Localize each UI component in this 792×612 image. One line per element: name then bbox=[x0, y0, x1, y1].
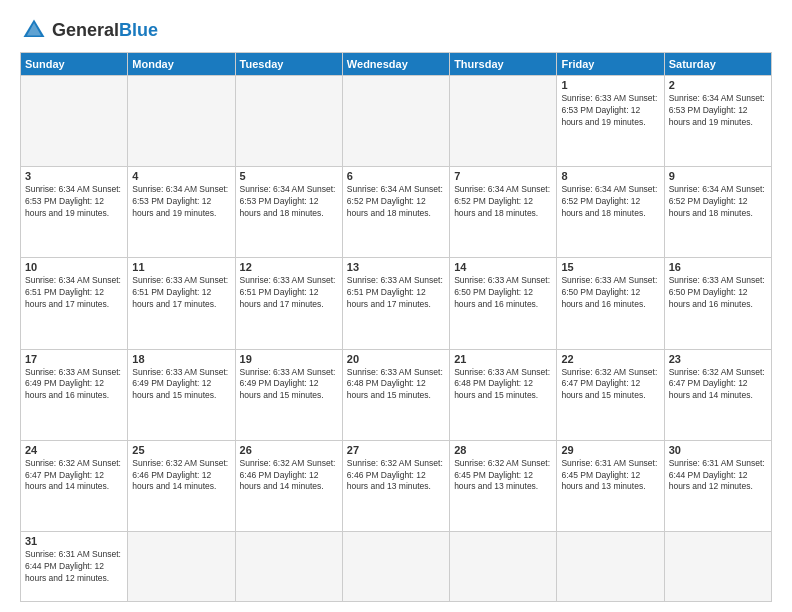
weekday-header-monday: Monday bbox=[128, 53, 235, 76]
day-number: 16 bbox=[669, 261, 767, 273]
calendar-cell: 16Sunrise: 6:33 AM Sunset: 6:50 PM Dayli… bbox=[664, 258, 771, 349]
calendar-cell: 25Sunrise: 6:32 AM Sunset: 6:46 PM Dayli… bbox=[128, 440, 235, 531]
day-info: Sunrise: 6:32 AM Sunset: 6:45 PM Dayligh… bbox=[454, 458, 552, 494]
day-info: Sunrise: 6:34 AM Sunset: 6:53 PM Dayligh… bbox=[132, 184, 230, 220]
calendar-cell: 27Sunrise: 6:32 AM Sunset: 6:46 PM Dayli… bbox=[342, 440, 449, 531]
day-info: Sunrise: 6:34 AM Sunset: 6:53 PM Dayligh… bbox=[25, 184, 123, 220]
day-info: Sunrise: 6:34 AM Sunset: 6:51 PM Dayligh… bbox=[25, 275, 123, 311]
calendar-cell: 1Sunrise: 6:33 AM Sunset: 6:53 PM Daylig… bbox=[557, 76, 664, 167]
week-row-3: 10Sunrise: 6:34 AM Sunset: 6:51 PM Dayli… bbox=[21, 258, 772, 349]
calendar-cell bbox=[21, 76, 128, 167]
weekday-header-row: SundayMondayTuesdayWednesdayThursdayFrid… bbox=[21, 53, 772, 76]
week-row-1: 1Sunrise: 6:33 AM Sunset: 6:53 PM Daylig… bbox=[21, 76, 772, 167]
calendar-cell: 9Sunrise: 6:34 AM Sunset: 6:52 PM Daylig… bbox=[664, 167, 771, 258]
day-info: Sunrise: 6:33 AM Sunset: 6:50 PM Dayligh… bbox=[561, 275, 659, 311]
day-number: 17 bbox=[25, 353, 123, 365]
day-number: 2 bbox=[669, 79, 767, 91]
day-number: 7 bbox=[454, 170, 552, 182]
day-info: Sunrise: 6:33 AM Sunset: 6:51 PM Dayligh… bbox=[240, 275, 338, 311]
logo: GeneralBlue bbox=[20, 16, 158, 44]
weekday-header-saturday: Saturday bbox=[664, 53, 771, 76]
calendar-cell: 30Sunrise: 6:31 AM Sunset: 6:44 PM Dayli… bbox=[664, 440, 771, 531]
week-row-5: 24Sunrise: 6:32 AM Sunset: 6:47 PM Dayli… bbox=[21, 440, 772, 531]
day-number: 8 bbox=[561, 170, 659, 182]
day-number: 9 bbox=[669, 170, 767, 182]
day-info: Sunrise: 6:33 AM Sunset: 6:48 PM Dayligh… bbox=[454, 367, 552, 403]
calendar-cell: 18Sunrise: 6:33 AM Sunset: 6:49 PM Dayli… bbox=[128, 349, 235, 440]
calendar-cell: 7Sunrise: 6:34 AM Sunset: 6:52 PM Daylig… bbox=[450, 167, 557, 258]
page: GeneralBlue SundayMondayTuesdayWednesday… bbox=[0, 0, 792, 612]
day-info: Sunrise: 6:34 AM Sunset: 6:52 PM Dayligh… bbox=[347, 184, 445, 220]
weekday-header-friday: Friday bbox=[557, 53, 664, 76]
day-info: Sunrise: 6:31 AM Sunset: 6:44 PM Dayligh… bbox=[25, 549, 123, 585]
calendar: SundayMondayTuesdayWednesdayThursdayFrid… bbox=[20, 52, 772, 602]
calendar-cell: 12Sunrise: 6:33 AM Sunset: 6:51 PM Dayli… bbox=[235, 258, 342, 349]
day-info: Sunrise: 6:31 AM Sunset: 6:44 PM Dayligh… bbox=[669, 458, 767, 494]
calendar-cell: 3Sunrise: 6:34 AM Sunset: 6:53 PM Daylig… bbox=[21, 167, 128, 258]
calendar-cell bbox=[342, 76, 449, 167]
day-number: 18 bbox=[132, 353, 230, 365]
week-row-6: 31Sunrise: 6:31 AM Sunset: 6:44 PM Dayli… bbox=[21, 531, 772, 601]
day-info: Sunrise: 6:32 AM Sunset: 6:46 PM Dayligh… bbox=[347, 458, 445, 494]
header: GeneralBlue bbox=[20, 16, 772, 44]
day-info: Sunrise: 6:33 AM Sunset: 6:48 PM Dayligh… bbox=[347, 367, 445, 403]
day-number: 30 bbox=[669, 444, 767, 456]
calendar-cell bbox=[450, 531, 557, 601]
day-info: Sunrise: 6:34 AM Sunset: 6:52 PM Dayligh… bbox=[669, 184, 767, 220]
day-info: Sunrise: 6:33 AM Sunset: 6:50 PM Dayligh… bbox=[454, 275, 552, 311]
weekday-header-thursday: Thursday bbox=[450, 53, 557, 76]
day-info: Sunrise: 6:34 AM Sunset: 6:52 PM Dayligh… bbox=[454, 184, 552, 220]
day-info: Sunrise: 6:31 AM Sunset: 6:45 PM Dayligh… bbox=[561, 458, 659, 494]
day-number: 3 bbox=[25, 170, 123, 182]
day-info: Sunrise: 6:34 AM Sunset: 6:53 PM Dayligh… bbox=[669, 93, 767, 129]
day-info: Sunrise: 6:33 AM Sunset: 6:51 PM Dayligh… bbox=[347, 275, 445, 311]
day-info: Sunrise: 6:34 AM Sunset: 6:53 PM Dayligh… bbox=[240, 184, 338, 220]
day-number: 27 bbox=[347, 444, 445, 456]
day-number: 28 bbox=[454, 444, 552, 456]
calendar-cell: 15Sunrise: 6:33 AM Sunset: 6:50 PM Dayli… bbox=[557, 258, 664, 349]
calendar-cell: 24Sunrise: 6:32 AM Sunset: 6:47 PM Dayli… bbox=[21, 440, 128, 531]
day-info: Sunrise: 6:33 AM Sunset: 6:49 PM Dayligh… bbox=[240, 367, 338, 403]
day-number: 21 bbox=[454, 353, 552, 365]
calendar-cell: 26Sunrise: 6:32 AM Sunset: 6:46 PM Dayli… bbox=[235, 440, 342, 531]
day-number: 1 bbox=[561, 79, 659, 91]
day-info: Sunrise: 6:32 AM Sunset: 6:47 PM Dayligh… bbox=[25, 458, 123, 494]
day-number: 6 bbox=[347, 170, 445, 182]
calendar-cell: 21Sunrise: 6:33 AM Sunset: 6:48 PM Dayli… bbox=[450, 349, 557, 440]
day-info: Sunrise: 6:33 AM Sunset: 6:49 PM Dayligh… bbox=[25, 367, 123, 403]
day-number: 13 bbox=[347, 261, 445, 273]
day-number: 15 bbox=[561, 261, 659, 273]
day-number: 5 bbox=[240, 170, 338, 182]
calendar-cell bbox=[557, 531, 664, 601]
calendar-cell: 13Sunrise: 6:33 AM Sunset: 6:51 PM Dayli… bbox=[342, 258, 449, 349]
calendar-cell: 2Sunrise: 6:34 AM Sunset: 6:53 PM Daylig… bbox=[664, 76, 771, 167]
day-number: 31 bbox=[25, 535, 123, 547]
day-number: 11 bbox=[132, 261, 230, 273]
calendar-cell: 5Sunrise: 6:34 AM Sunset: 6:53 PM Daylig… bbox=[235, 167, 342, 258]
calendar-cell: 23Sunrise: 6:32 AM Sunset: 6:47 PM Dayli… bbox=[664, 349, 771, 440]
calendar-cell: 19Sunrise: 6:33 AM Sunset: 6:49 PM Dayli… bbox=[235, 349, 342, 440]
calendar-cell bbox=[664, 531, 771, 601]
calendar-cell: 11Sunrise: 6:33 AM Sunset: 6:51 PM Dayli… bbox=[128, 258, 235, 349]
day-number: 26 bbox=[240, 444, 338, 456]
day-info: Sunrise: 6:33 AM Sunset: 6:51 PM Dayligh… bbox=[132, 275, 230, 311]
calendar-cell: 10Sunrise: 6:34 AM Sunset: 6:51 PM Dayli… bbox=[21, 258, 128, 349]
calendar-cell bbox=[235, 76, 342, 167]
calendar-cell: 4Sunrise: 6:34 AM Sunset: 6:53 PM Daylig… bbox=[128, 167, 235, 258]
calendar-cell: 17Sunrise: 6:33 AM Sunset: 6:49 PM Dayli… bbox=[21, 349, 128, 440]
day-number: 22 bbox=[561, 353, 659, 365]
weekday-header-tuesday: Tuesday bbox=[235, 53, 342, 76]
calendar-cell: 29Sunrise: 6:31 AM Sunset: 6:45 PM Dayli… bbox=[557, 440, 664, 531]
day-number: 24 bbox=[25, 444, 123, 456]
day-number: 23 bbox=[669, 353, 767, 365]
weekday-header-sunday: Sunday bbox=[21, 53, 128, 76]
calendar-cell: 14Sunrise: 6:33 AM Sunset: 6:50 PM Dayli… bbox=[450, 258, 557, 349]
day-info: Sunrise: 6:34 AM Sunset: 6:52 PM Dayligh… bbox=[561, 184, 659, 220]
day-info: Sunrise: 6:32 AM Sunset: 6:46 PM Dayligh… bbox=[240, 458, 338, 494]
calendar-cell bbox=[450, 76, 557, 167]
day-info: Sunrise: 6:32 AM Sunset: 6:47 PM Dayligh… bbox=[669, 367, 767, 403]
calendar-cell bbox=[128, 531, 235, 601]
day-info: Sunrise: 6:32 AM Sunset: 6:46 PM Dayligh… bbox=[132, 458, 230, 494]
day-info: Sunrise: 6:32 AM Sunset: 6:47 PM Dayligh… bbox=[561, 367, 659, 403]
week-row-2: 3Sunrise: 6:34 AM Sunset: 6:53 PM Daylig… bbox=[21, 167, 772, 258]
